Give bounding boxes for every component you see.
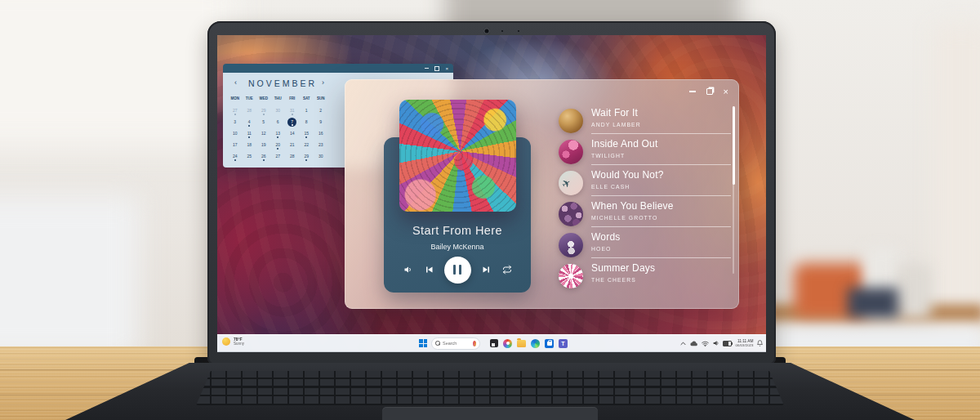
calendar-day[interactable]: 11 — [243, 127, 257, 139]
taskbar-clock[interactable]: 11:11 AM 06/03/2023 — [736, 339, 754, 348]
track-thumbnail — [559, 140, 583, 164]
day-header: MON — [228, 96, 243, 101]
playlist-row[interactable]: Would You Not? ELLE CASH — [559, 168, 733, 198]
start-button[interactable] — [419, 339, 427, 347]
playlist-scrollbar-thumb[interactable] — [733, 106, 735, 185]
calendar-day[interactable]: 1 — [300, 105, 314, 116]
day-header: THU — [271, 96, 286, 101]
calendar-day[interactable]: 27 — [271, 150, 286, 162]
next-track-icon[interactable] — [482, 265, 492, 275]
calendar-prev-button[interactable]: ‹ — [234, 78, 237, 87]
calendar-next-button[interactable]: › — [322, 78, 324, 87]
taskbar-search[interactable] — [431, 337, 480, 350]
restore-icon[interactable] — [434, 66, 439, 71]
onedrive-icon[interactable] — [690, 341, 698, 346]
system-tray: 11:11 AM 06/03/2023 — [680, 336, 763, 351]
webcam — [483, 28, 490, 34]
taskbar-weather-widget[interactable]: 78°F Sunny — [222, 337, 244, 346]
calendar-day[interactable]: 23 — [314, 139, 328, 150]
notification-bell-icon[interactable] — [757, 340, 763, 346]
repeat-icon[interactable] — [502, 265, 512, 275]
photos-icon[interactable] — [503, 339, 512, 348]
volume-icon[interactable] — [403, 265, 413, 275]
calendar-day[interactable]: 10 — [228, 127, 243, 139]
calendar-day[interactable]: 26 — [256, 150, 271, 162]
calendar-day[interactable]: 28 — [243, 105, 257, 116]
playlist-row[interactable]: Inside And Out TWILIGHT — [559, 137, 733, 167]
battery-icon[interactable] — [723, 341, 732, 346]
calendar-day[interactable]: 18 — [243, 139, 257, 150]
keyboard[interactable] — [196, 371, 784, 405]
tray-date: 06/03/2023 — [736, 343, 754, 347]
taskbar-dock: T — [490, 338, 568, 348]
edge-browser-icon[interactable] — [531, 339, 540, 348]
calendar-day[interactable]: 31 — [285, 105, 300, 116]
calendar-day[interactable]: 4 — [243, 116, 257, 127]
calendar-day[interactable]: 17 — [228, 139, 243, 150]
playlist-separator — [591, 195, 731, 196]
track-title: When You Believe — [591, 200, 674, 212]
scene: × ‹ NOVEMBER › MON TUE WED THU FRI SAT S… — [0, 0, 980, 420]
playlist: Wait For It ANDY LAMBER Inside And Out T… — [559, 79, 733, 309]
calendar-day[interactable]: 21 — [285, 139, 300, 150]
background-jar-blur — [897, 265, 931, 319]
app-window-icon[interactable] — [490, 339, 498, 347]
calendar-day[interactable]: 9 — [314, 116, 328, 127]
weather-condition: Sunny — [234, 342, 244, 346]
search-input[interactable] — [443, 341, 470, 346]
playlist-row[interactable]: Words HOEO — [559, 230, 733, 260]
previous-track-icon[interactable] — [424, 265, 434, 275]
calendar-day[interactable]: 22 — [300, 139, 314, 150]
file-explorer-icon[interactable] — [517, 340, 526, 347]
track-artist: ELLE CASH — [591, 184, 630, 190]
playlist-separator — [591, 226, 731, 227]
pause-button[interactable] — [444, 257, 471, 284]
music-app-window: × Start From Here Bailey McKenna — [345, 79, 739, 309]
microphone-dot — [501, 30, 503, 32]
calendar-day[interactable]: 19 — [256, 139, 271, 150]
calendar-day[interactable]: 16 — [314, 127, 328, 139]
calendar-day[interactable]: 12 — [256, 127, 271, 139]
chevron-up-icon[interactable] — [680, 342, 686, 346]
wifi-icon[interactable] — [702, 341, 709, 346]
calendar-day[interactable]: 29 — [256, 105, 271, 116]
now-playing-title: Start From Here — [384, 224, 531, 237]
playlist-row[interactable]: When You Believe MICHELLE GROTTO — [559, 199, 733, 229]
teams-icon[interactable]: T — [559, 339, 568, 348]
touchpad[interactable] — [382, 407, 598, 420]
track-thumbnail — [559, 233, 583, 257]
microsoft-store-icon[interactable] — [545, 339, 554, 348]
calendar-day[interactable]: 6 — [271, 116, 286, 127]
playlist-row[interactable]: Summer Days THE CHEERS — [559, 261, 733, 291]
calendar-day[interactable]: 24 — [228, 150, 243, 162]
minimize-icon[interactable] — [425, 68, 429, 69]
calendar-day[interactable]: 2 — [314, 105, 328, 116]
calendar-day[interactable]: 20 — [271, 139, 286, 150]
search-icon — [435, 341, 440, 346]
volume-tray-icon[interactable] — [713, 340, 719, 346]
microphone-dot — [518, 30, 519, 32]
track-thumbnail — [559, 202, 583, 226]
sun-icon — [222, 337, 230, 346]
calendar-day[interactable]: 3 — [228, 116, 243, 127]
calendar-titlebar[interactable]: × — [223, 64, 453, 73]
calendar-day[interactable]: 5 — [256, 116, 271, 127]
calendar-day[interactable]: 30 — [314, 150, 328, 162]
calendar-day[interactable]: 28 — [285, 150, 300, 162]
close-icon[interactable]: × — [445, 66, 448, 71]
calendar-day[interactable]: 25 — [243, 150, 257, 162]
track-title: Words — [591, 231, 620, 243]
calendar-month-title: NOVEMBER — [238, 78, 327, 88]
calendar-day[interactable]: 13 — [271, 127, 286, 139]
track-artist: THE CHEERS — [591, 277, 636, 283]
calendar-day[interactable]: 27 — [228, 105, 243, 116]
day-header: SUN — [314, 96, 328, 101]
calendar-day[interactable]: 14 — [285, 127, 300, 139]
calendar-day[interactable]: 15 — [300, 127, 314, 139]
calendar-day[interactable]: 8 — [300, 116, 314, 127]
calendar-day[interactable]: 30 — [271, 105, 286, 116]
calendar-day[interactable]: 29 — [300, 150, 314, 162]
calendar-day[interactable]: 7 — [285, 116, 300, 127]
playlist-row[interactable]: Wait For It ANDY LAMBER — [559, 106, 733, 136]
playlist-separator — [591, 257, 731, 258]
